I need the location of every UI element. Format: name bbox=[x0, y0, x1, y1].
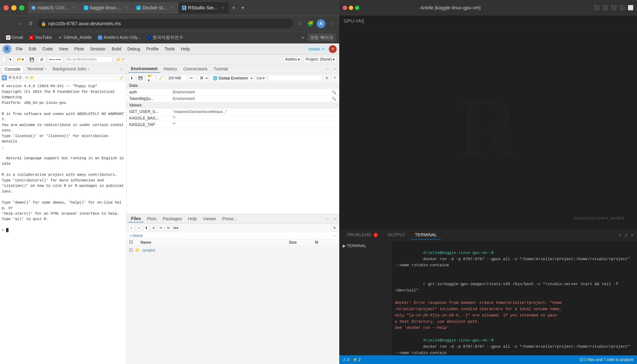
maximize-env-button[interactable]: ⤢ bbox=[331, 66, 338, 72]
files-rename-btn[interactable]: ✏ bbox=[158, 225, 164, 231]
menu-plots[interactable]: Plots bbox=[72, 46, 87, 52]
clear-console-button[interactable]: 🧹 bbox=[119, 75, 125, 81]
menu-profile[interactable]: Profile bbox=[144, 46, 161, 52]
save-button[interactable]: 💾 bbox=[27, 56, 36, 62]
bookmark-arielle[interactable]: ✦ Arielle's Auto Ody... bbox=[95, 34, 143, 41]
tab-packages[interactable]: Packages bbox=[160, 216, 184, 222]
go-to-file-input[interactable]: Go to file/function bbox=[64, 56, 112, 62]
address-bar[interactable]: 🔒 rqlx1t0b-8787.asse.devtunnels.ms bbox=[37, 19, 293, 28]
minimize-button[interactable] bbox=[11, 5, 17, 10]
bookmark-star-button[interactable]: ☆ bbox=[296, 19, 304, 28]
tab-viewer[interactable]: Viewer bbox=[200, 216, 219, 222]
menu-code[interactable]: Code bbox=[40, 46, 56, 52]
close-button[interactable] bbox=[4, 5, 9, 10]
statusbar-warnings[interactable]: ⚡ 2 bbox=[353, 357, 361, 362]
bookmark-youtube[interactable]: ▶ YouTube bbox=[27, 34, 55, 41]
file-checkbox-rproject[interactable]: ☐ bbox=[129, 248, 134, 252]
bgjobs-tab-close[interactable]: × bbox=[87, 67, 89, 71]
tab-environment[interactable]: Environment bbox=[128, 65, 160, 72]
layout-activity-icon[interactable]: ⬛ bbox=[619, 5, 625, 11]
files-settings-btn[interactable]: ⚙▾ bbox=[173, 225, 179, 231]
vscode-maximize-btn[interactable] bbox=[355, 6, 359, 10]
layout-statusbar-icon[interactable]: ⬛ bbox=[611, 5, 616, 11]
tab-close-rstudio[interactable]: × bbox=[220, 5, 225, 10]
refresh-button[interactable]: ↺ bbox=[26, 19, 35, 28]
tab-plots[interactable]: Plots bbox=[144, 216, 159, 222]
user-avatar[interactable]: ✕ bbox=[329, 45, 337, 53]
memory-btn[interactable]: 250 MiB bbox=[166, 75, 187, 81]
back-button[interactable]: ← bbox=[4, 19, 12, 28]
tab-terminal[interactable]: Terminal × bbox=[24, 66, 49, 72]
load-env-btn[interactable]: 📂▾ bbox=[146, 75, 155, 81]
minimize-env-button[interactable]: — bbox=[324, 66, 331, 72]
menu-view[interactable]: View bbox=[56, 46, 71, 52]
files-upload-btn[interactable]: ⬆ bbox=[143, 225, 149, 231]
bookmark-gmail[interactable]: M Gmail bbox=[4, 34, 26, 41]
menu-debug[interactable]: Debug bbox=[125, 46, 143, 52]
terminal-tab-close[interactable]: × bbox=[45, 67, 47, 71]
bookmarks-more-button[interactable]: » bbox=[299, 34, 307, 41]
menu-tools[interactable]: Tools bbox=[162, 46, 177, 52]
bookmark-github[interactable]: ⚙ GitHub_Arielle bbox=[56, 34, 94, 41]
close-panel-button[interactable]: × bbox=[631, 232, 633, 238]
tab-kaggle[interactable]: k kaggle-linux-... × bbox=[80, 2, 132, 14]
tab-terminal-vscode[interactable]: TERMINAL bbox=[410, 231, 441, 240]
list-view-btn[interactable]: List ▾ bbox=[255, 75, 267, 81]
terminal-output[interactable]: Arielle@kaggle-linux-gpu-vm:~$ docker ru… bbox=[391, 241, 637, 355]
menu-build[interactable]: Build bbox=[109, 46, 124, 52]
collapse-left-panel-button[interactable]: ⎕ bbox=[119, 66, 125, 72]
tab-docker[interactable]: 🐳 Docker st... × bbox=[133, 2, 178, 14]
layout-full-icon[interactable]: ⬜ bbox=[628, 5, 633, 11]
tab-close-rstats[interactable]: × bbox=[71, 5, 77, 10]
addins-button[interactable]: Addins ▾ bbox=[283, 56, 302, 62]
tab-console[interactable]: Console bbox=[2, 66, 23, 72]
files-refresh-btn[interactable]: ↻ bbox=[165, 225, 171, 231]
tab-connections[interactable]: Connections bbox=[181, 66, 210, 72]
tab-overflow-button[interactable]: ▾ bbox=[238, 4, 247, 12]
clear-env-btn[interactable]: 🧹 bbox=[157, 75, 165, 81]
r-select[interactable]: R bbox=[197, 75, 208, 81]
layout-sidebar-icon[interactable]: ⬛ bbox=[594, 5, 600, 11]
statusbar-errors[interactable]: ⚠ 3 bbox=[343, 357, 349, 362]
tab-rstudio[interactable]: R RStudio Ser... × bbox=[178, 2, 229, 14]
minimize-files-button[interactable]: — bbox=[324, 216, 331, 222]
open-file-button[interactable]: 📂▾ bbox=[15, 56, 26, 62]
collapse-panel-button[interactable]: ∧ bbox=[619, 233, 621, 238]
files-more-btn[interactable]: ⋯ bbox=[333, 233, 337, 238]
expand-panel-button[interactable]: ⤢ bbox=[624, 232, 628, 238]
files-home-btn[interactable]: ⌂ bbox=[128, 225, 134, 231]
vscode-minimize-btn[interactable] bbox=[349, 6, 353, 10]
menu-button[interactable]: ⋮ bbox=[327, 19, 336, 28]
tab-files[interactable]: Files bbox=[128, 215, 143, 222]
bookmark-kaist[interactable]: K 한국자동차연구 bbox=[144, 33, 186, 42]
layout-panel-icon[interactable]: ⬛ bbox=[602, 5, 608, 11]
files-new-folder-btn[interactable]: + bbox=[136, 225, 142, 231]
env-edit-btn[interactable]: ✏ bbox=[188, 75, 195, 81]
tab-background-jobs[interactable]: Background Jobs × bbox=[50, 66, 92, 72]
vscode-close-btn[interactable] bbox=[343, 6, 347, 10]
env-search-input[interactable] bbox=[268, 75, 322, 81]
global-env-select[interactable]: 🌐 Global Environment bbox=[210, 75, 253, 81]
project-button[interactable]: Project: (None) ▾ bbox=[304, 56, 337, 62]
refresh-env-btn[interactable]: ↻ bbox=[324, 75, 330, 81]
console-prompt[interactable]: > bbox=[2, 228, 125, 233]
menu-file[interactable]: File bbox=[13, 46, 25, 52]
tab-rstats[interactable]: R rstats의 다이... × bbox=[28, 2, 80, 14]
tab-history[interactable]: History bbox=[161, 66, 180, 72]
tab-tutorial[interactable]: Tutorial bbox=[211, 66, 231, 72]
help-env-btn[interactable]: ? bbox=[332, 75, 338, 81]
breadcrumb-home[interactable]: Home bbox=[132, 234, 143, 238]
maximize-files-button[interactable]: ⤢ bbox=[331, 216, 338, 222]
tab-problems[interactable]: PROBLEMS 2 bbox=[343, 231, 382, 240]
extensions-button[interactable]: 🧩 bbox=[306, 19, 315, 28]
new-tab-button[interactable]: + bbox=[229, 4, 238, 12]
tab-help[interactable]: Help bbox=[185, 216, 199, 222]
new-file-button[interactable]: 📄▾ bbox=[3, 56, 13, 62]
tab-close-kaggle[interactable]: × bbox=[124, 5, 129, 10]
profile-button[interactable]: A bbox=[317, 19, 325, 28]
menu-help[interactable]: Help bbox=[178, 46, 192, 52]
files-delete-btn[interactable]: ✕ bbox=[150, 225, 157, 231]
all-bookmarks-button[interactable]: 모든 북마크 bbox=[308, 33, 336, 42]
file-name-rproject[interactable]: rproject bbox=[142, 248, 289, 252]
forward-button[interactable]: → bbox=[15, 19, 24, 28]
